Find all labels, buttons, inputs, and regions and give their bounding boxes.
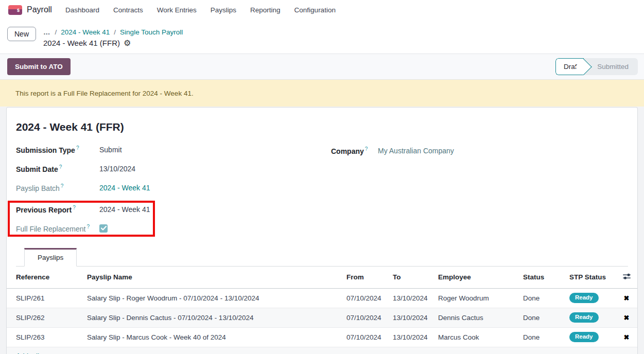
cell-employee: Dennis Cactus [438,308,523,327]
top-navbar: Payroll Dashboard Contracts Work Entries… [0,0,644,20]
nav-menu: Dashboard Contracts Work Entries Payslip… [65,6,336,14]
add-line-row: Add a line [7,347,637,354]
highlight-rectangle: Previous Report? 2024 - Week 41 Full Fil… [8,201,155,237]
submit-to-ato-button[interactable]: Submit to ATO [7,58,71,75]
table-row[interactable]: SLIP/262 Salary Slip - Dennis Cactus - 0… [7,308,637,327]
col-header-to: To [393,267,438,288]
col-header-status: Status [523,267,569,288]
delete-row-icon[interactable]: ✖ [624,333,630,341]
breadcrumb: … / 2024 - Week 41 / Single Touch Payrol… [43,27,183,47]
col-header-from: From [346,267,393,288]
cell-employee: Roger Woodrum [438,288,523,308]
payslip-batch-label: Payslip Batch? [16,183,99,192]
previous-report-value: 2024 - Week 41 [99,205,150,214]
app-name: Payroll [27,5,52,14]
help-icon: ? [76,145,79,151]
payslips-table: Reference Payslip Name From To Employee … [7,267,637,354]
field-submit-date: Submit Date? 13/10/2024 [16,163,325,174]
help-icon: ? [73,205,76,210]
nav-item-configuration[interactable]: Configuration [294,6,336,14]
full-file-replacement-label: Full File Replacement? [16,224,99,233]
col-header-reference: Reference [7,267,87,288]
stp-status-badge: Ready [569,332,599,342]
cell-to: 13/10/2024 [393,327,438,347]
cell-from: 07/10/2024 [346,327,393,347]
cell-payslip-name: Salary Slip - Marcus Cook - Week 40 of 2… [87,327,346,347]
nav-item-reporting[interactable]: Reporting [250,6,281,14]
breadcrumb-link-batch[interactable]: 2024 - Week 41 [61,28,110,36]
stp-status-badge: Ready [569,293,599,303]
delete-row-icon[interactable]: ✖ [624,294,630,302]
fields-right-column: Company? My Australian Company [331,144,454,238]
company-label: Company? [331,146,378,155]
cell-reference: SLIP/263 [7,327,87,347]
cell-reference: SLIP/261 [7,288,87,308]
payroll-app-icon [8,5,22,15]
field-previous-report: Previous Report? 2024 - Week 41 [16,203,153,215]
page-title: 2024 - Week 41 (FFR) [16,121,628,133]
field-submission-type: Submission Type? Submit [16,144,325,155]
submit-date-label: Submit Date? [16,164,99,173]
form-sheet: 2024 - Week 41 (FFR) Submission Type? Su… [6,107,638,354]
nav-item-payslips[interactable]: Payslips [211,6,236,14]
col-header-employee: Employee [438,267,523,288]
status-step-draft[interactable]: Draft [555,58,584,75]
field-payslip-batch: Payslip Batch? 2024 - Week 41 [16,182,325,193]
breadcrumb-area: New … / 2024 - Week 41 / Single Touch Pa… [0,20,644,54]
add-a-line-link[interactable]: Add a line [16,352,47,354]
cell-from: 07/10/2024 [346,288,393,308]
status-bar: Draft Submitted [555,58,638,75]
previous-report-label: Previous Report? [16,205,99,214]
table-header-row: Reference Payslip Name From To Employee … [7,267,637,288]
help-icon: ? [61,183,64,189]
cell-status: Done [523,308,569,327]
breadcrumb-separator: / [55,28,57,36]
optional-columns-icon[interactable] [620,272,633,282]
warning-banner: This report is a Full File Replacement f… [0,80,644,107]
cell-status: Done [523,327,569,347]
company-value: My Australian Company [378,147,454,155]
full-file-replacement-checkbox[interactable] [99,224,108,233]
cell-status: Done [523,288,569,308]
cell-from: 07/10/2024 [346,308,393,327]
action-bar: Submit to ATO Draft Submitted [0,54,644,80]
cell-payslip-name: Salary Slip - Roger Woodrum - 07/10/2024… [87,288,346,308]
cell-reference: SLIP/262 [7,308,87,327]
help-icon: ? [365,146,368,152]
submit-date-value: 13/10/2024 [99,165,135,173]
breadcrumb-link-stp[interactable]: Single Touch Payroll [120,28,183,36]
notebook-tabs: Payslips [16,248,628,267]
cell-payslip-name: Salary Slip - Dennis Cactus - 07/10/2024… [87,308,346,327]
breadcrumb-ellipsis[interactable]: … [43,28,51,36]
fields-left-column: Submission Type? Submit Submit Date? 13/… [16,144,325,238]
nav-item-contracts[interactable]: Contracts [113,6,143,14]
nav-item-work-entries[interactable]: Work Entries [157,6,197,14]
table-row[interactable]: SLIP/263 Salary Slip - Marcus Cook - Wee… [7,327,637,347]
col-header-payslip-name: Payslip Name [87,267,346,288]
help-icon: ? [59,164,62,170]
col-header-stp-status: STP Status [569,267,616,288]
help-icon: ? [86,224,90,229]
delete-row-icon[interactable]: ✖ [624,314,630,322]
cell-employee: Marcus Cook [438,327,523,347]
field-company: Company? My Australian Company [331,145,454,156]
stp-status-badge: Ready [569,312,599,323]
submission-type-label: Submission Type? [16,145,99,154]
warning-banner-text: This report is a Full File Replacement f… [15,90,194,97]
cell-to: 13/10/2024 [393,308,438,327]
field-full-file-replacement: Full File Replacement? [16,222,153,234]
app-menu-button[interactable]: Payroll [8,5,52,15]
gear-icon[interactable]: ⚙ [124,39,131,47]
status-step-submitted[interactable]: Submitted [584,58,638,75]
table-row[interactable]: SLIP/261 Salary Slip - Roger Woodrum - 0… [7,288,637,308]
new-button[interactable]: New [7,27,36,41]
tab-payslips[interactable]: Payslips [24,248,77,267]
check-icon [101,226,107,231]
main-area: 2024 - Week 41 (FFR) Submission Type? Su… [0,107,644,354]
breadcrumb-separator: / [114,28,116,36]
cell-to: 13/10/2024 [393,288,438,308]
payslip-batch-value[interactable]: 2024 - Week 41 [99,184,150,192]
submission-type-value: Submit [99,146,122,154]
breadcrumb-current: 2024 - Week 41 (FFR) [43,39,120,47]
nav-item-dashboard[interactable]: Dashboard [65,6,99,14]
